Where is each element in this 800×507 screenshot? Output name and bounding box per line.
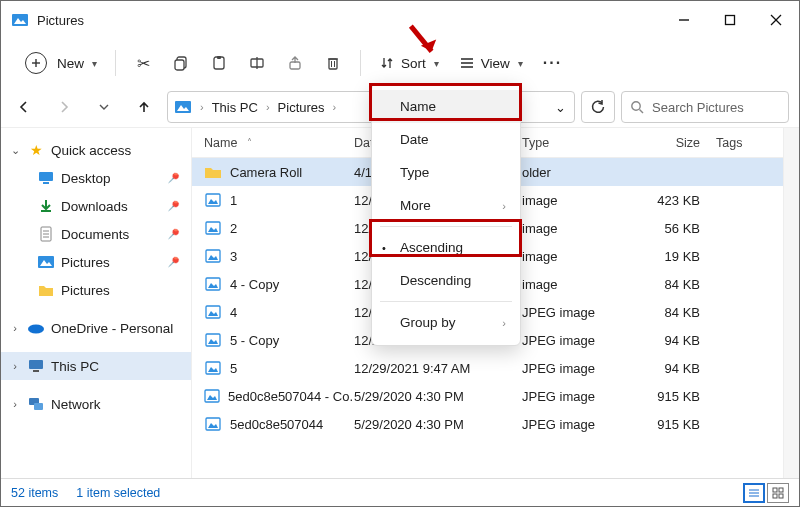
pictures-icon <box>37 253 55 271</box>
share-button[interactable] <box>278 46 312 80</box>
svg-rect-36 <box>29 360 43 369</box>
sort-menu-group-by[interactable]: Group by› <box>372 306 520 339</box>
navigation-pane: ⌄ ★ Quick access Desktop 📍 Downloads 📍 D… <box>1 128 191 478</box>
svg-rect-27 <box>43 182 49 184</box>
delete-button[interactable] <box>316 46 350 80</box>
share-icon <box>287 55 303 71</box>
file-size: 56 KB <box>636 221 716 236</box>
cloud-icon <box>27 319 45 337</box>
image-file-icon <box>204 359 222 377</box>
svg-rect-0 <box>12 14 28 26</box>
svg-rect-11 <box>217 56 221 59</box>
file-type: image <box>522 277 636 292</box>
sidebar-item-quick-access[interactable]: ⌄ ★ Quick access <box>1 136 191 164</box>
sidebar-item-onedrive[interactable]: › OneDrive - Personal <box>1 314 191 342</box>
column-tags[interactable]: Tags <box>716 136 783 150</box>
sort-menu: Name Date Type More› •Ascending Descendi… <box>371 83 521 346</box>
file-type: image <box>522 221 636 236</box>
pin-icon: 📍 <box>163 168 184 189</box>
file-explorer-window: Pictures New ▾ ✂ <box>0 0 800 507</box>
file-type: JPEG image <box>522 389 636 404</box>
more-button[interactable]: ··· <box>535 46 570 80</box>
pin-icon: 📍 <box>163 252 184 273</box>
forward-button[interactable] <box>47 90 81 124</box>
file-row[interactable]: 5ed0c8e507044 - Co...5/29/2020 4:30 PMJP… <box>192 382 783 410</box>
column-type[interactable]: Type <box>522 136 636 150</box>
sidebar-item-this-pc[interactable]: › This PC <box>1 352 191 380</box>
paste-button[interactable] <box>202 46 236 80</box>
file-date: 12/29/2021 9:47 AM <box>354 361 522 376</box>
file-size: 915 KB <box>636 417 716 432</box>
file-size: 19 KB <box>636 249 716 264</box>
svg-rect-54 <box>205 390 219 402</box>
svg-rect-63 <box>773 494 777 498</box>
sidebar-item-network[interactable]: › Network <box>1 390 191 418</box>
command-bar: New ▾ ✂ Sort ▾ View ▾ ··· <box>1 39 799 87</box>
svg-rect-40 <box>206 194 220 206</box>
search-icon <box>630 100 644 114</box>
file-name: 5ed0c8e507044 <box>230 417 323 432</box>
sort-menu-type[interactable]: Type <box>372 156 520 189</box>
column-size[interactable]: Size <box>636 136 716 150</box>
file-date: 5/29/2020 4:30 PM <box>354 389 522 404</box>
vertical-scrollbar[interactable] <box>783 128 799 478</box>
svg-rect-44 <box>206 250 220 262</box>
svg-rect-52 <box>206 362 220 374</box>
image-file-icon <box>204 219 222 237</box>
close-button[interactable] <box>753 1 799 39</box>
refresh-button[interactable] <box>581 91 615 123</box>
file-name: 4 - Copy <box>230 277 279 292</box>
sidebar-item-downloads[interactable]: Downloads 📍 <box>1 192 191 220</box>
details-view-button[interactable] <box>743 483 765 503</box>
sidebar-item-pictures-folder[interactable]: Pictures <box>1 276 191 304</box>
maximize-button[interactable] <box>707 1 753 39</box>
breadcrumb-root[interactable]: This PC <box>212 100 258 115</box>
file-name: 5 - Copy <box>230 333 279 348</box>
sort-menu-ascending[interactable]: •Ascending <box>372 231 520 264</box>
svg-rect-61 <box>773 488 777 492</box>
file-size: 915 KB <box>636 389 716 404</box>
file-type: JPEG image <box>522 417 636 432</box>
svg-rect-26 <box>39 172 53 181</box>
app-icon <box>11 11 29 29</box>
folder-icon <box>37 281 55 299</box>
new-button[interactable]: New ▾ <box>11 46 105 80</box>
sort-menu-descending[interactable]: Descending <box>372 264 520 297</box>
view-button[interactable]: View ▾ <box>451 46 531 80</box>
back-button[interactable] <box>7 90 41 124</box>
minimize-button[interactable] <box>661 1 707 39</box>
file-type: JPEG image <box>522 305 636 320</box>
chevron-down-icon: ▾ <box>92 58 97 69</box>
sort-menu-date[interactable]: Date <box>372 123 520 156</box>
breadcrumb-folder[interactable]: Pictures <box>278 100 325 115</box>
pin-icon: 📍 <box>163 196 184 217</box>
documents-icon <box>37 225 55 243</box>
rename-button[interactable] <box>240 46 274 80</box>
search-input[interactable]: Search Pictures <box>621 91 789 123</box>
file-size: 423 KB <box>636 193 716 208</box>
chevron-down-icon: ⌄ <box>9 144 21 157</box>
file-name: 5 <box>230 361 237 376</box>
pictures-icon <box>174 98 192 116</box>
sidebar-item-documents[interactable]: Documents 📍 <box>1 220 191 248</box>
scissors-icon: ✂ <box>137 54 150 73</box>
image-file-icon <box>204 275 222 293</box>
sidebar-item-desktop[interactable]: Desktop 📍 <box>1 164 191 192</box>
column-name[interactable]: Name ˄ <box>204 136 354 150</box>
cut-button[interactable]: ✂ <box>126 46 160 80</box>
sort-menu-name[interactable]: Name <box>372 90 520 123</box>
file-size: 84 KB <box>636 277 716 292</box>
recent-button[interactable] <box>87 90 121 124</box>
file-name: 5ed0c8e507044 - Co... <box>228 389 354 404</box>
file-row[interactable]: 512/29/2021 9:47 AMJPEG image94 KB <box>192 354 783 382</box>
pin-icon: 📍 <box>163 224 184 245</box>
svg-rect-39 <box>34 403 43 410</box>
thumbnails-view-button[interactable] <box>767 483 789 503</box>
file-size: 94 KB <box>636 333 716 348</box>
chevron-down-icon[interactable]: ⌄ <box>555 100 566 115</box>
sidebar-item-pictures[interactable]: Pictures 📍 <box>1 248 191 276</box>
copy-button[interactable] <box>164 46 198 80</box>
file-row[interactable]: 5ed0c8e5070445/29/2020 4:30 PMJPEG image… <box>192 410 783 438</box>
up-button[interactable] <box>127 90 161 124</box>
sort-menu-more[interactable]: More› <box>372 189 520 222</box>
